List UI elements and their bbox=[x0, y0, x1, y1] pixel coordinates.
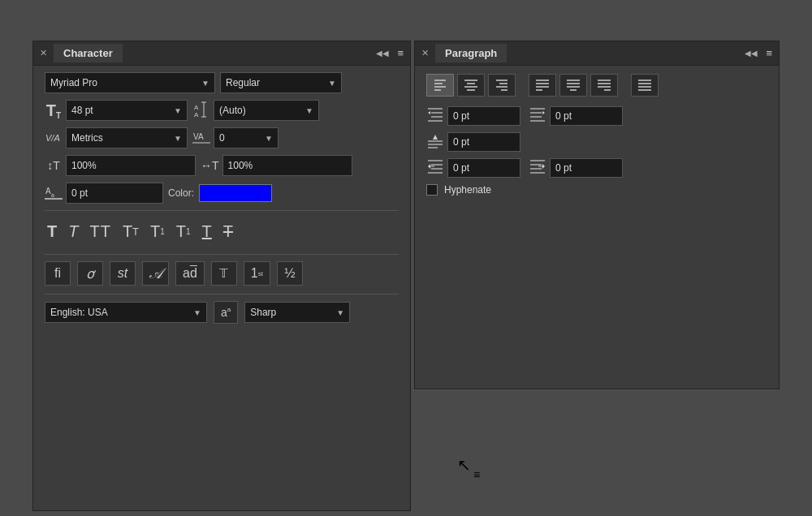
align-left-button[interactable] bbox=[426, 74, 454, 97]
font-style-arrow: ▼ bbox=[328, 79, 336, 88]
ligature-fi-button[interactable]: fi bbox=[45, 261, 71, 286]
indent-left-input[interactable]: 0 pt bbox=[447, 106, 520, 126]
ligature-st-button[interactable]: st bbox=[110, 261, 136, 286]
language-row: English: USA ▼ aa Sharp ▼ bbox=[45, 301, 399, 324]
space-before-icon bbox=[426, 133, 444, 152]
subscript-button[interactable]: T1 bbox=[174, 221, 193, 243]
hyphenate-row: Hyphenate bbox=[426, 184, 767, 196]
leading-icon: AA bbox=[192, 101, 210, 121]
underline-button[interactable]: T bbox=[200, 221, 214, 243]
svg-text:A: A bbox=[45, 187, 51, 196]
character-panel: ✕ Character ◀◀ ≡ Myriad Pro ▼ Regular ▼ … bbox=[32, 41, 411, 511]
leading-input[interactable]: (Auto) ▼ bbox=[214, 100, 319, 121]
first-line-indent-icon bbox=[426, 159, 444, 178]
indent-last-input[interactable]: 0 pt bbox=[550, 158, 623, 178]
ordinal-1st-button[interactable]: 1st bbox=[244, 261, 270, 286]
font-style-select[interactable]: Regular ▼ bbox=[220, 72, 342, 93]
color-swatch[interactable] bbox=[199, 184, 272, 202]
type-style-buttons-row: T T TT TT T1 T1 T T bbox=[45, 217, 399, 246]
small-caps-button[interactable]: TT bbox=[120, 221, 141, 243]
italic-button[interactable]: T bbox=[66, 221, 80, 243]
character-close-button[interactable]: ✕ bbox=[40, 48, 47, 58]
language-select[interactable]: English: USA ▼ bbox=[45, 302, 207, 323]
char-divider-2 bbox=[45, 254, 399, 255]
hyphenate-label: Hyphenate bbox=[444, 184, 491, 196]
paragraph-menu-button[interactable]: ≡ bbox=[766, 47, 772, 59]
strikethrough-button[interactable]: T bbox=[221, 221, 235, 243]
svg-marker-57 bbox=[428, 164, 430, 169]
cursor-arrow: ↖ bbox=[457, 455, 471, 475]
baseline-shift-input[interactable]: 0 pt bbox=[66, 183, 163, 204]
svg-text:a: a bbox=[51, 192, 54, 198]
tracking-input[interactable]: 0 ▼ bbox=[214, 127, 279, 148]
justify-center-button[interactable] bbox=[559, 74, 587, 97]
kern-tracking-row: V/A Metrics ▼ VA 0 ▼ bbox=[45, 127, 399, 148]
color-label: Color: bbox=[168, 187, 194, 199]
font-size-icon: TT bbox=[45, 101, 63, 120]
svg-marker-52 bbox=[433, 135, 438, 140]
vertical-scale-input[interactable]: 100% bbox=[66, 155, 196, 176]
kerning-select[interactable]: Metrics ▼ bbox=[66, 127, 188, 148]
ligature-o-button[interactable]: ơ bbox=[77, 261, 103, 286]
last-line-indent-icon bbox=[529, 159, 546, 178]
char-divider-1 bbox=[45, 210, 399, 211]
font-family-row: Myriad Pro ▼ Regular ▼ bbox=[45, 72, 399, 93]
space-after-input[interactable]: 0 pt bbox=[447, 158, 520, 178]
canvas-area: ↖ ≡ bbox=[412, 389, 778, 390]
tracking-icon: VA bbox=[192, 128, 210, 148]
paragraph-close-button[interactable]: ✕ bbox=[421, 48, 429, 58]
paragraph-panel: ✕ Paragraph ◀◀ ≡ bbox=[414, 41, 780, 389]
anti-alias-select[interactable]: Sharp ▼ bbox=[244, 302, 350, 323]
space-before-input[interactable]: 0 pt bbox=[447, 132, 520, 152]
baseline-color-row: Aa 0 pt Color: bbox=[45, 183, 399, 204]
paragraph-panel-titlebar: ✕ Paragraph ◀◀ ≡ bbox=[415, 41, 779, 66]
bold-button[interactable]: T bbox=[45, 221, 59, 243]
justify-all-button[interactable] bbox=[631, 74, 659, 97]
svg-marker-48 bbox=[542, 111, 545, 114]
horizontal-scale-icon: ↔T bbox=[201, 159, 219, 172]
indent-right-input[interactable]: 0 pt bbox=[550, 106, 623, 126]
paragraph-collapse-button[interactable]: ◀◀ bbox=[745, 49, 758, 58]
aa-button: aa bbox=[214, 301, 238, 324]
svg-marker-43 bbox=[428, 111, 430, 114]
justify-right-button[interactable] bbox=[590, 74, 618, 97]
paragraph-panel-content: 0 pt 0 pt 0 pt bbox=[415, 66, 779, 204]
horizontal-scale-input[interactable]: 100% bbox=[222, 155, 352, 176]
char-divider-3 bbox=[45, 294, 399, 295]
stylistic-a-button[interactable]: 𝒜 bbox=[142, 261, 169, 286]
alignment-row bbox=[426, 74, 767, 97]
glyph-buttons-row: fi ơ st 𝒜 ad 𝕋 1st ½ bbox=[45, 261, 399, 286]
fraction-half-button[interactable]: ½ bbox=[277, 261, 303, 286]
character-menu-button[interactable]: ≡ bbox=[397, 47, 404, 59]
font-size-input[interactable]: 48 pt ▼ bbox=[66, 100, 188, 121]
font-family-value: Myriad Pro bbox=[50, 77, 97, 88]
font-style-value: Regular bbox=[226, 77, 260, 88]
indent-left-icon bbox=[426, 107, 444, 126]
svg-text:V/A: V/A bbox=[45, 133, 60, 143]
hyphenate-checkbox[interactable] bbox=[426, 184, 438, 196]
character-collapse-button[interactable]: ◀◀ bbox=[376, 49, 389, 58]
old-style-t-button[interactable]: 𝕋 bbox=[211, 261, 237, 286]
character-panel-content: Myriad Pro ▼ Regular ▼ TT 48 pt ▼ AA bbox=[33, 66, 410, 332]
baseline-icon: Aa bbox=[45, 183, 63, 204]
scale-row: ↕T 100% ↔T 100% bbox=[45, 155, 399, 176]
character-panel-titlebar: ✕ Character ◀◀ ≡ bbox=[33, 41, 410, 66]
justify-left-button[interactable] bbox=[529, 74, 556, 97]
all-caps-button[interactable]: TT bbox=[87, 221, 113, 243]
paragraph-panel-title: Paragraph bbox=[435, 44, 507, 62]
font-family-select[interactable]: Myriad Pro ▼ bbox=[45, 72, 215, 93]
align-right-button[interactable] bbox=[488, 74, 516, 97]
character-panel-title: Character bbox=[54, 44, 123, 62]
svg-marker-63 bbox=[542, 164, 545, 169]
svg-text:A: A bbox=[194, 111, 199, 118]
align-center-button[interactable] bbox=[457, 74, 485, 97]
svg-text:A: A bbox=[194, 104, 199, 111]
space-after-indent-row: 0 pt 0 pt bbox=[426, 158, 767, 178]
superscript-button[interactable]: T1 bbox=[148, 221, 167, 243]
cursor-text-icon: ≡ bbox=[473, 468, 480, 481]
ordinal-ad-button[interactable]: ad bbox=[175, 261, 205, 286]
indent-row: 0 pt 0 pt bbox=[426, 106, 767, 126]
size-leading-row: TT 48 pt ▼ AA (Auto) ▼ bbox=[45, 100, 399, 121]
svg-text:VA: VA bbox=[193, 132, 204, 141]
indent-right-icon bbox=[529, 107, 546, 126]
